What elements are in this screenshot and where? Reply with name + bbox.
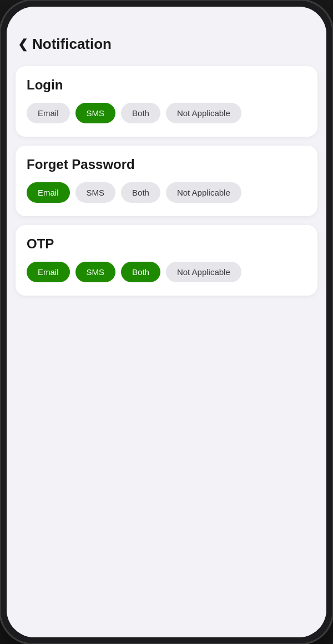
- otp-sms-button[interactable]: SMS: [75, 262, 116, 282]
- login-card: Login Email SMS Both Not Applicable: [16, 66, 317, 137]
- forget-password-options: Email SMS Both Not Applicable: [27, 182, 306, 203]
- status-bar: [7, 7, 326, 31]
- login-email-button[interactable]: Email: [27, 103, 70, 123]
- phone-screen: ❮ Notification Login Email SMS Both Not …: [7, 7, 326, 637]
- otp-email-button[interactable]: Email: [27, 262, 70, 282]
- phone-frame: ❮ Notification Login Email SMS Both Not …: [0, 0, 333, 644]
- otp-options: Email SMS Both Not Applicable: [27, 262, 306, 282]
- fp-na-button[interactable]: Not Applicable: [166, 182, 241, 203]
- back-button[interactable]: ❮: [18, 37, 28, 52]
- forget-password-title: Forget Password: [27, 157, 306, 172]
- login-both-button[interactable]: Both: [121, 103, 160, 123]
- otp-title: OTP: [27, 236, 306, 252]
- screen-content: ❮ Notification Login Email SMS Both Not …: [7, 7, 326, 637]
- login-title: Login: [27, 77, 306, 93]
- otp-card: OTP Email SMS Both Not Applicable: [16, 225, 317, 296]
- login-sms-button[interactable]: SMS: [75, 103, 116, 123]
- fp-both-button[interactable]: Both: [121, 182, 160, 203]
- otp-na-button[interactable]: Not Applicable: [166, 262, 241, 282]
- main-content: Login Email SMS Both Not Applicable Forg…: [7, 62, 326, 637]
- login-na-button[interactable]: Not Applicable: [166, 103, 241, 123]
- page-header: ❮ Notification: [7, 31, 326, 62]
- forget-password-card: Forget Password Email SMS Both Not Appli…: [16, 146, 317, 216]
- page-title: Notification: [32, 36, 112, 53]
- fp-sms-button[interactable]: SMS: [75, 182, 116, 203]
- login-options: Email SMS Both Not Applicable: [27, 103, 306, 123]
- otp-both-button[interactable]: Both: [121, 262, 160, 282]
- fp-email-button[interactable]: Email: [27, 182, 70, 203]
